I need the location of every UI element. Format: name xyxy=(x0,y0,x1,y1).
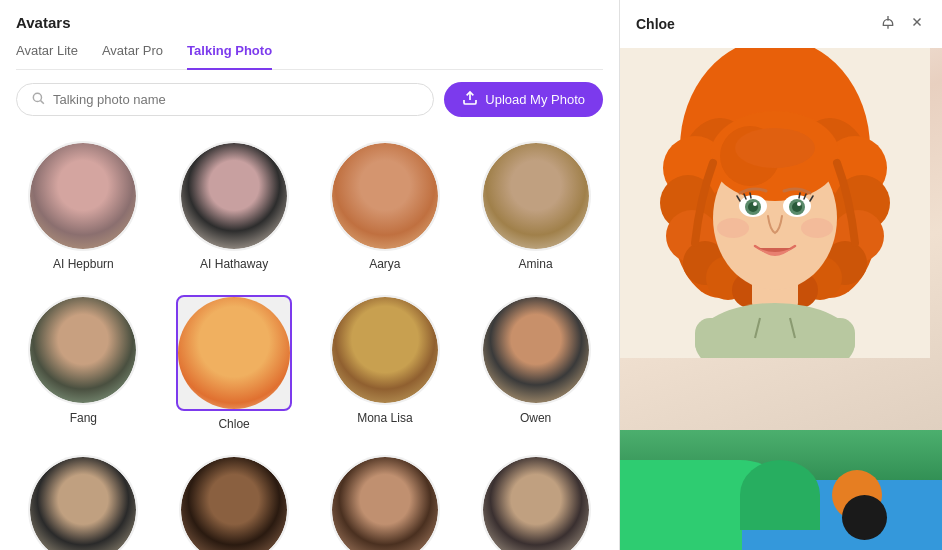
avatar-item[interactable]: Amina xyxy=(460,129,611,283)
svg-line-1 xyxy=(41,101,44,104)
avatar-image-wrap xyxy=(330,141,440,251)
panel-header: Avatars Avatar Lite Avatar Pro Talking P… xyxy=(0,0,619,70)
avatar-image-wrap xyxy=(481,455,591,550)
avatar-image xyxy=(483,297,589,403)
avatar-image xyxy=(30,457,136,550)
avatar-image xyxy=(332,297,438,403)
avatar-preview xyxy=(620,48,942,430)
avatar-label: AI Hepburn xyxy=(53,257,114,271)
svg-point-0 xyxy=(33,93,41,101)
right-panel-header: Chloe xyxy=(620,0,942,48)
avatar-item-selected[interactable]: Chloe xyxy=(159,283,310,443)
avatar-image-wrap xyxy=(330,455,440,550)
svg-rect-25 xyxy=(695,318,855,358)
svg-point-38 xyxy=(753,202,757,206)
tab-talking-photo[interactable]: Talking Photo xyxy=(187,43,272,70)
search-input[interactable] xyxy=(53,92,419,107)
search-icon xyxy=(31,91,45,108)
avatar-label: Fang xyxy=(70,411,97,425)
search-box xyxy=(16,83,434,116)
tab-avatar-pro[interactable]: Avatar Pro xyxy=(102,43,163,70)
tabs: Avatar Lite Avatar Pro Talking Photo xyxy=(16,43,603,70)
avatar-label: Owen xyxy=(520,411,551,425)
right-panel-title: Chloe xyxy=(636,16,675,32)
avatar-item[interactable]: Fang xyxy=(8,283,159,443)
avatar-image xyxy=(181,457,287,550)
avatar-image xyxy=(178,297,290,409)
avatar-label: AI Hathaway xyxy=(200,257,268,271)
panel-title: Avatars xyxy=(16,14,603,31)
close-button[interactable] xyxy=(908,12,926,36)
avatar-image-wrap xyxy=(28,141,138,251)
upload-icon xyxy=(462,90,478,109)
pin-button[interactable] xyxy=(878,12,898,36)
avatar-item[interactable]: Mona Lisa xyxy=(310,283,461,443)
avatar-item[interactable] xyxy=(310,443,461,550)
avatar-image-wrap xyxy=(481,141,591,251)
upload-button[interactable]: Upload My Photo xyxy=(444,82,603,117)
avatar-image xyxy=(332,457,438,550)
avatar-item[interactable] xyxy=(8,443,159,550)
avatar-item[interactable]: Aarya xyxy=(310,129,461,283)
avatar-item[interactable]: Owen xyxy=(460,283,611,443)
avatar-label: Chloe xyxy=(218,417,249,431)
avatar-item[interactable] xyxy=(159,443,310,550)
scene-background xyxy=(620,430,942,550)
avatar-item[interactable]: AI Hathaway xyxy=(159,129,310,283)
avatar-image xyxy=(30,143,136,249)
avatar-image xyxy=(332,143,438,249)
svg-point-41 xyxy=(801,218,833,238)
avatar-image-wrap xyxy=(179,141,289,251)
avatar-image-wrap xyxy=(481,295,591,405)
avatar-image-wrap xyxy=(28,295,138,405)
upload-button-label: Upload My Photo xyxy=(485,92,585,107)
avatar-image xyxy=(483,143,589,249)
avatar-image-wrap xyxy=(179,455,289,550)
avatar-label: Aarya xyxy=(369,257,400,271)
right-panel: Chloe xyxy=(620,0,942,550)
avatar-image xyxy=(30,297,136,403)
avatar-item[interactable]: AI Hepburn xyxy=(8,129,159,283)
tab-avatar-lite[interactable]: Avatar Lite xyxy=(16,43,78,70)
svg-point-39 xyxy=(797,202,801,206)
avatar-image-wrap xyxy=(176,295,292,411)
avatar-image xyxy=(483,457,589,550)
avatars-grid: AI Hepburn AI Hathaway Aarya Amina Fan xyxy=(0,129,619,550)
avatar-label: Mona Lisa xyxy=(357,411,412,425)
avatar-image-wrap xyxy=(330,295,440,405)
avatar-image-wrap xyxy=(28,455,138,550)
svg-point-31 xyxy=(735,128,815,168)
avatar-image xyxy=(181,143,287,249)
avatar-item[interactable] xyxy=(460,443,611,550)
dark-decoration xyxy=(842,495,887,540)
avatar-label: Amina xyxy=(519,257,553,271)
left-panel: Avatars Avatar Lite Avatar Pro Talking P… xyxy=(0,0,620,550)
right-panel-icons xyxy=(878,12,926,36)
svg-point-40 xyxy=(717,218,749,238)
search-row: Upload My Photo xyxy=(0,70,619,129)
